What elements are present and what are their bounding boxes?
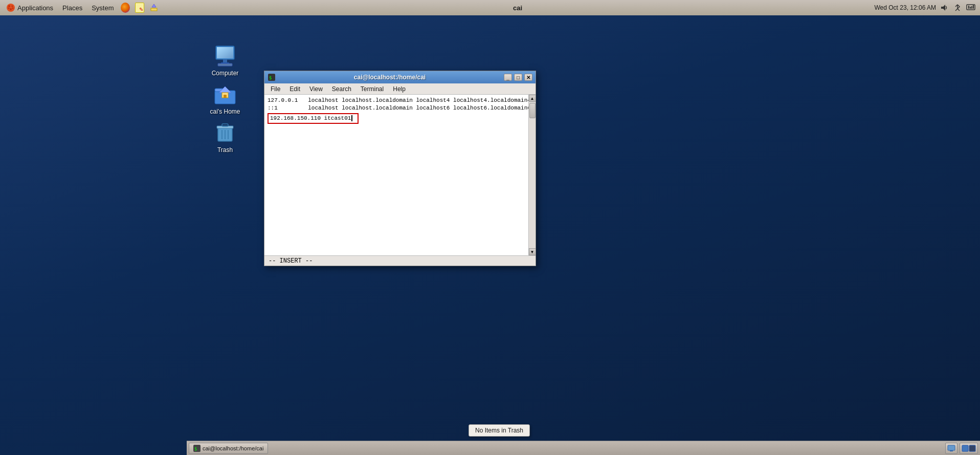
trash-label: Trash xyxy=(217,146,233,154)
computer-image xyxy=(213,43,237,68)
svg-rect-35 xyxy=(948,445,955,450)
menu-search[interactable]: Search xyxy=(328,84,355,94)
menu-view[interactable]: View xyxy=(305,84,327,94)
svg-text:$: $ xyxy=(269,75,272,80)
terminal-titlebar: $ cai@localhost:/home/cai _ □ ✕ xyxy=(264,71,536,83)
scroll-down-arrow[interactable]: ▼ xyxy=(529,248,536,255)
applications-label: Applications xyxy=(17,4,53,12)
svg-rect-36 xyxy=(950,450,953,451)
svg-rect-38 xyxy=(969,445,975,451)
scroll-up-arrow[interactable]: ▲ xyxy=(529,95,536,102)
show-desktop-button[interactable] xyxy=(945,443,957,454)
panel-center: cai xyxy=(161,4,874,12)
menu-help[interactable]: Help xyxy=(389,84,410,94)
terminal-line-2: ::1 localhost localhost.localdomain loca… xyxy=(268,104,525,112)
firefox-icon xyxy=(121,3,130,12)
trash-icon[interactable]: Trash xyxy=(205,117,246,157)
bluetooth-icon[interactable] xyxy=(952,3,963,13)
svg-rect-24 xyxy=(224,95,227,98)
scroll-thumb[interactable] xyxy=(529,103,536,118)
editor-launcher[interactable] xyxy=(147,2,161,14)
highlighted-ip-line: 192.168.150.110 itcast01 xyxy=(268,113,359,124)
system-label: System xyxy=(92,4,114,12)
terminal-text[interactable]: 127.0.0.1 localhost localhost.localdomai… xyxy=(264,95,528,255)
terminal-line-3: 192.168.150.110 itcast01 xyxy=(268,113,525,124)
places-menu[interactable]: Places xyxy=(58,2,86,14)
svg-rect-11 xyxy=(970,7,971,9)
minimize-button[interactable]: _ xyxy=(504,74,512,81)
taskbar-terminal-icon: $ xyxy=(193,445,201,452)
menu-file[interactable]: File xyxy=(266,84,284,94)
notes-icon xyxy=(135,3,144,12)
trash-tooltip-text: No Items in Trash xyxy=(475,427,523,434)
panel-left: Applications Places System xyxy=(0,2,161,14)
close-button[interactable]: ✕ xyxy=(524,74,532,81)
terminal-window: $ cai@localhost:/home/cai _ □ ✕ File Edi… xyxy=(264,71,536,266)
maximize-button[interactable]: □ xyxy=(514,74,522,81)
svg-rect-6 xyxy=(151,8,157,11)
svg-marker-7 xyxy=(152,4,156,7)
svg-rect-19 xyxy=(218,63,232,66)
svg-point-3 xyxy=(8,8,10,9)
svg-rect-12 xyxy=(971,6,972,9)
network-icon[interactable] xyxy=(966,3,976,13)
workspace-switcher[interactable] xyxy=(960,443,978,454)
svg-rect-17 xyxy=(223,59,227,62)
menu-edit[interactable]: Edit xyxy=(285,84,304,94)
panel-right: Wed Oct 23, 12:06 AM xyxy=(874,3,980,13)
terminal-line-1: 127.0.0.1 localhost localhost.localdomai… xyxy=(268,97,525,104)
home-folder-label: cai's Home xyxy=(210,108,240,115)
firefox-launcher[interactable] xyxy=(119,2,132,14)
computer-label: Computer xyxy=(212,70,239,77)
gnome-foot-icon xyxy=(6,3,15,12)
svg-point-1 xyxy=(8,5,10,7)
desktop: Applications Places System xyxy=(0,0,980,455)
places-label: Places xyxy=(62,4,82,12)
svg-rect-16 xyxy=(217,47,233,58)
home-folder-image xyxy=(213,81,237,106)
svg-rect-27 xyxy=(222,124,228,126)
menu-terminal[interactable]: Terminal xyxy=(357,84,388,94)
svg-text:$: $ xyxy=(194,446,197,451)
home-folder-icon[interactable]: cai's Home xyxy=(205,78,246,118)
svg-point-2 xyxy=(12,6,13,7)
terminal-menubar: File Edit View Search Terminal Help xyxy=(264,83,536,95)
insert-mode-indicator: -- INSERT -- xyxy=(269,257,313,265)
terminal-content: 127.0.0.1 localhost localhost.localdomai… xyxy=(264,95,536,255)
system-menu[interactable]: System xyxy=(87,2,118,14)
terminal-statusbar: -- INSERT -- xyxy=(264,255,536,266)
taskbar-item-label: cai@localhost:/home/cai xyxy=(203,445,263,451)
svg-rect-13 xyxy=(973,5,974,9)
terminal-window-icon: $ xyxy=(268,73,276,81)
svg-marker-8 xyxy=(941,5,945,11)
terminal-scrollbar[interactable]: ▲ ▼ xyxy=(528,95,536,255)
notes-launcher[interactable] xyxy=(133,2,146,14)
workspace-icon xyxy=(962,445,976,452)
svg-rect-10 xyxy=(968,6,969,9)
svg-rect-37 xyxy=(962,445,968,451)
volume-icon[interactable] xyxy=(939,3,949,13)
trash-tooltip: No Items in Trash xyxy=(469,424,530,437)
svg-point-0 xyxy=(7,4,15,12)
svg-point-5 xyxy=(12,8,14,9)
terminal-title: cai@localhost:/home/cai xyxy=(278,74,502,81)
computer-icon[interactable]: Computer xyxy=(205,40,246,80)
top-panel: Applications Places System xyxy=(0,0,980,15)
username-display: cai xyxy=(513,4,522,12)
desktop-icon-small xyxy=(947,445,955,452)
datetime-display: Wed Oct 23, 12:06 AM xyxy=(874,4,936,11)
svg-point-4 xyxy=(10,8,12,10)
pen-icon xyxy=(149,3,159,12)
trash-image xyxy=(213,120,237,144)
taskbar: $ cai@localhost:/home/cai xyxy=(187,441,980,455)
taskbar-terminal-item[interactable]: $ cai@localhost:/home/cai xyxy=(189,443,268,454)
applications-menu[interactable]: Applications xyxy=(2,2,57,14)
